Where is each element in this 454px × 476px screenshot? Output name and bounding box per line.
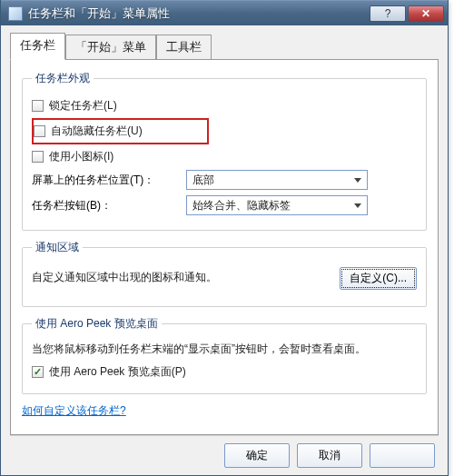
properties-dialog: 任务栏和「开始」菜单属性 ? ✕ 任务栏 「开始」菜单 工具栏 任务栏外观 锁定…: [0, 0, 449, 476]
group-notify: 通知区域 自定义通知区域中出现的图标和通知。 自定义(C)...: [22, 240, 427, 307]
highlight-autohide: 自动隐藏任务栏(U): [32, 118, 209, 144]
help-link-customize-taskbar[interactable]: 如何自定义该任务栏?: [22, 404, 126, 417]
title-bar: 任务栏和「开始」菜单属性 ? ✕: [1, 0, 448, 25]
aero-desc: 当您将鼠标移动到任务栏末端的“显示桌面”按钮时，会暂时查看桌面。: [32, 341, 417, 357]
tab-start-menu[interactable]: 「开始」菜单: [65, 35, 156, 59]
client-area: 任务栏 「开始」菜单 工具栏 任务栏外观 锁定任务栏(L) 自动隐藏任务栏(U): [1, 25, 448, 475]
label-autohide-taskbar[interactable]: 自动隐藏任务栏(U): [51, 124, 143, 139]
row-buttons: 任务栏按钮(B)： 始终合并、隐藏标签: [32, 195, 417, 215]
label-small-icons[interactable]: 使用小图标(I): [49, 149, 114, 164]
ok-button[interactable]: 确定: [224, 443, 290, 468]
combo-taskbar-position-value: 底部: [192, 173, 214, 188]
customize-notify-button[interactable]: 自定义(C)...: [340, 267, 417, 290]
tab-taskbar[interactable]: 任务栏: [10, 33, 65, 60]
cancel-button[interactable]: 取消: [297, 443, 362, 468]
label-taskbar-position: 屏幕上的任务栏位置(T)：: [32, 173, 186, 188]
dialog-footer: 确定 取消: [10, 435, 439, 471]
help-window-button[interactable]: ?: [370, 5, 406, 22]
tab-toolbar[interactable]: 工具栏: [156, 35, 212, 59]
close-window-button[interactable]: ✕: [408, 5, 444, 22]
row-position: 屏幕上的任务栏位置(T)： 底部: [32, 170, 417, 190]
tabs: 任务栏 「开始」菜单 工具栏: [10, 33, 439, 59]
group-notify-legend: 通知区域: [32, 240, 83, 255]
checkbox-small-icons[interactable]: [32, 151, 44, 163]
row-autohide: 自动隐藏任务栏(U): [34, 124, 180, 139]
group-aero-legend: 使用 Aero Peek 预览桌面: [32, 316, 162, 332]
apply-button[interactable]: [370, 443, 435, 468]
checkbox-lock-taskbar[interactable]: [32, 100, 44, 112]
row-aero-check: 使用 Aero Peek 预览桌面(P): [32, 364, 417, 380]
window-title: 任务栏和「开始」菜单属性: [28, 5, 368, 22]
tab-panel-taskbar: 任务栏外观 锁定任务栏(L) 自动隐藏任务栏(U) 使用小图标(I): [10, 59, 439, 435]
label-lock-taskbar[interactable]: 锁定任务栏(L): [49, 98, 117, 114]
group-appearance: 任务栏外观 锁定任务栏(L) 自动隐藏任务栏(U) 使用小图标(I): [22, 71, 427, 231]
label-aero-peek[interactable]: 使用 Aero Peek 预览桌面(P): [49, 364, 186, 380]
combo-taskbar-position[interactable]: 底部: [186, 170, 368, 190]
row-smallicons: 使用小图标(I): [32, 149, 417, 164]
app-icon: [8, 6, 23, 21]
combo-taskbar-buttons[interactable]: 始终合并、隐藏标签: [186, 195, 368, 215]
notify-desc: 自定义通知区域中出现的图标和通知。: [32, 269, 217, 285]
label-taskbar-buttons: 任务栏按钮(B)：: [32, 198, 186, 213]
help-link-row: 如何自定义该任务栏?: [22, 403, 427, 419]
row-lock: 锁定任务栏(L): [32, 98, 417, 114]
group-appearance-legend: 任务栏外观: [32, 71, 94, 86]
checkbox-aero-peek[interactable]: [32, 366, 44, 378]
checkbox-autohide-taskbar[interactable]: [34, 125, 45, 137]
group-aero: 使用 Aero Peek 预览桌面 当您将鼠标移动到任务栏末端的“显示桌面”按钮…: [22, 316, 427, 394]
combo-taskbar-buttons-value: 始终合并、隐藏标签: [192, 198, 291, 213]
row-notify: 自定义通知区域中出现的图标和通知。 自定义(C)...: [32, 267, 417, 293]
